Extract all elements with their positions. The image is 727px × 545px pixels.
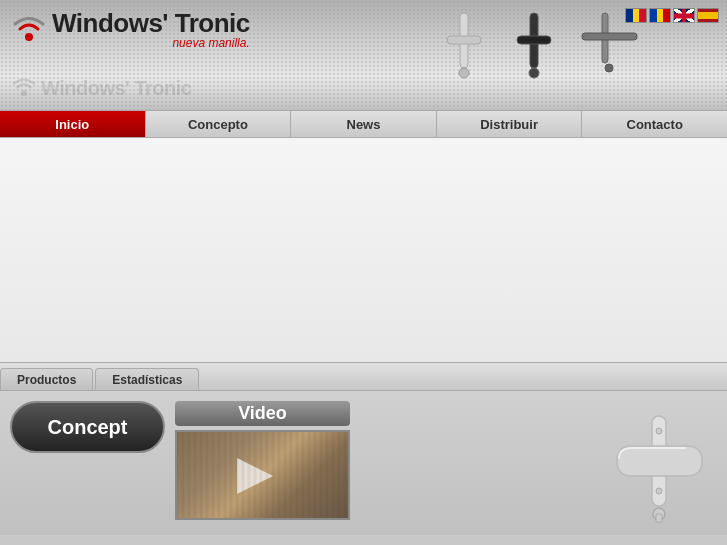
svg-point-0 [25,33,33,41]
svg-point-12 [656,428,662,434]
svg-point-9 [605,64,613,72]
handle-product-image [597,406,717,536]
video-thumbnail[interactable] [175,430,350,520]
nav-item-concepto[interactable]: Concepto [146,111,292,137]
video-block: Video [175,401,350,525]
header-products [432,8,647,93]
flag-uk[interactable] [673,8,695,23]
concept-label: Concept [48,416,128,439]
logo-text-block: Windows' Tronic nueva manilla. [52,10,250,50]
nav-item-news[interactable]: News [291,111,437,137]
concept-button[interactable]: Concept [10,401,165,453]
svg-rect-15 [656,514,662,522]
svg-point-6 [529,68,539,78]
header: Windows' Tronic nueva manilla. [0,0,727,110]
navigation: Inicio Concepto News Distribuir Contacto [0,110,727,138]
tab-estadisticas[interactable]: Estadísticas [95,368,199,390]
logo-title: Windows' Tronic [52,10,250,36]
flags-container [625,8,719,23]
svg-point-10 [21,90,27,96]
svg-rect-5 [517,36,551,44]
tab-productos[interactable]: Productos [0,368,93,390]
flag-romania[interactable] [625,8,647,23]
logo-subtitle: nueva manilla. [52,36,250,50]
bottom-tabs: Productos Estadísticas [0,363,727,391]
watermark-text: Windows' Tronic [41,77,191,100]
nav-item-contacto[interactable]: Contacto [582,111,727,137]
flag-spain[interactable] [697,8,719,23]
bottom-section: Concept Video [0,391,727,535]
logo-icon [10,11,48,49]
svg-rect-2 [447,36,481,44]
handle-product-area [360,401,717,525]
watermark-icon [10,74,38,102]
nav-item-inicio[interactable]: Inicio [0,111,146,137]
flag-moldova[interactable] [649,8,671,23]
video-title: Video [175,401,350,426]
logo-area: Windows' Tronic nueva manilla. [10,10,250,50]
svg-rect-8 [582,33,637,40]
watermark: Windows' Tronic [10,74,191,102]
svg-point-3 [459,68,469,78]
nav-item-distribuir[interactable]: Distribuir [437,111,583,137]
product-handle-2 [502,8,567,93]
main-content-area [0,138,727,363]
product-handle-1 [432,8,497,93]
svg-point-13 [656,488,662,494]
